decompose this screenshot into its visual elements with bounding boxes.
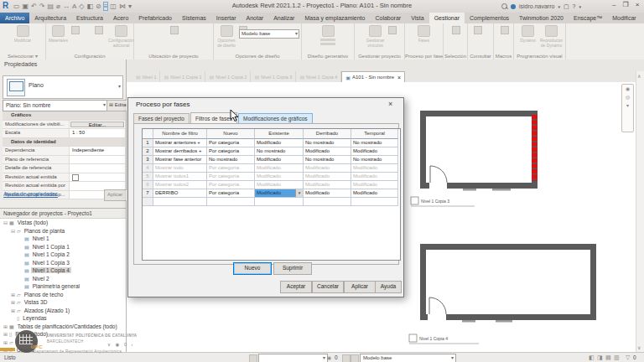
ribbon-button-gestionar-v-nculos[interactable]: Gestionar vínculos bbox=[365, 25, 387, 48]
3d-view-icon[interactable]: ◧ bbox=[86, 3, 93, 10]
ok-button[interactable]: Aceptar bbox=[280, 281, 312, 293]
ribbon-tab-acero[interactable]: Acero bbox=[108, 13, 133, 23]
filter-cell[interactable]: Modificado bbox=[351, 164, 398, 173]
edit-type-button[interactable]: ⊞ Editar bbox=[106, 100, 128, 111]
filter-cell[interactable]: Modificado bbox=[255, 139, 304, 147]
ribbon-tab-enscape-[interactable]: Enscape™ bbox=[569, 13, 607, 23]
ribbon-panel-label[interactable]: Proceso por fases bbox=[405, 54, 443, 59]
viewport-plan-top[interactable]: Nivel 1 Copia 3 bbox=[411, 111, 538, 206]
ribbon-small-button-icon[interactable] bbox=[501, 26, 509, 34]
filter-cell[interactable]: No mostrado bbox=[255, 147, 304, 156]
filter-cell[interactable]: No mostrado bbox=[351, 139, 398, 147]
tree-expand-icon[interactable]: ⊞ bbox=[3, 323, 8, 329]
ribbon-button-reproductor-de-dynamo[interactable]: Reproductor de Dynamo bbox=[541, 25, 563, 48]
filter-row[interactable]: 6Mostrar todos2Por categoríaModificadoMo… bbox=[143, 181, 400, 189]
navbar-chevron-icon[interactable]: ▾ bbox=[626, 103, 629, 109]
ribbon-button-configuraci-n-adicional[interactable]: Configuración adicional bbox=[111, 25, 132, 48]
editable-only-icon[interactable]: ◉ bbox=[327, 354, 334, 361]
steering-wheel-icon[interactable]: ◉ bbox=[626, 86, 630, 92]
filter-row[interactable]: 5Mostrar todos1Por categoríaModificadoMo… bbox=[143, 173, 400, 181]
ribbon-tab-masa-y-emplazamiento[interactable]: Masa y emplazamiento bbox=[299, 13, 370, 23]
filter-cell[interactable]: Modificado bbox=[255, 181, 304, 189]
cancel-button[interactable]: Cancelar bbox=[312, 281, 344, 293]
help-button[interactable]: Ayuda bbox=[375, 281, 402, 293]
filter-cell[interactable]: Modificado bbox=[351, 173, 398, 181]
ribbon-small-button-icon[interactable] bbox=[170, 26, 179, 34]
browser-item-nivel-1-copia-2[interactable]: ▤Nivel 1 Copia 2 bbox=[0, 251, 126, 259]
filter-cell[interactable]: DERRIBO bbox=[153, 189, 207, 198]
zoom-icon[interactable]: ◎ bbox=[626, 95, 630, 101]
ribbon-small-button-icon[interactable] bbox=[474, 26, 482, 34]
section-icon[interactable]: ⊘ bbox=[96, 3, 101, 10]
filter-cell[interactable]: Modificado bbox=[304, 147, 351, 156]
ribbon-tab-gestionar[interactable]: Gestionar bbox=[429, 13, 465, 23]
restore-button[interactable]: ❐ bbox=[622, 1, 628, 8]
redo-icon[interactable]: ↷ bbox=[39, 3, 45, 10]
filter-row[interactable]: 1Mostrar anteriores +Por categoríaModifi… bbox=[143, 139, 400, 147]
delete-filter-button[interactable]: Suprimir bbox=[273, 262, 312, 275]
property-value[interactable]: Editar... bbox=[70, 121, 125, 129]
browser-item-vistas-3d[interactable]: ⊞▱Vistas 3D bbox=[0, 298, 126, 307]
filter-cell[interactable]: Por categoría bbox=[207, 139, 255, 147]
ribbon-small-button-icon[interactable] bbox=[95, 26, 103, 34]
filter-row[interactable]: 7DERRIBOPor categoríaModificado▾Modifica… bbox=[143, 189, 400, 198]
ribbon-panel-label[interactable]: Opciones de diseño bbox=[214, 54, 301, 59]
filter-cell[interactable]: Por categoría bbox=[207, 164, 255, 173]
property-value[interactable] bbox=[70, 156, 125, 164]
view-tab-close-icon[interactable]: × bbox=[397, 75, 401, 80]
ribbon-tab-analizar[interactable]: Analizar bbox=[268, 13, 299, 23]
ribbon-button-dynamo[interactable]: Dynamo bbox=[517, 25, 539, 43]
filter-cell[interactable]: Modificado bbox=[351, 189, 398, 198]
ribbon-panel-label[interactable]: Configuración bbox=[46, 54, 133, 59]
undo-icon[interactable]: ↶ bbox=[31, 3, 37, 10]
filter-cell[interactable]: No mostrado bbox=[351, 156, 398, 164]
browser-item-vistas-todo-[interactable]: ⊟▦Vistas (todo) bbox=[0, 219, 126, 227]
ribbon-small-button-icon[interactable] bbox=[388, 26, 397, 34]
filter-cell[interactable]: Mostrar todos1 bbox=[153, 173, 207, 181]
ribbon-tab-sistemas[interactable]: Sistemas bbox=[177, 13, 211, 23]
minimize-button[interactable]: – bbox=[612, 1, 615, 8]
edit-in-place-icon[interactable]: ◨ bbox=[597, 354, 603, 361]
filter-cell[interactable]: Mostrar fase anterior bbox=[153, 156, 207, 164]
type-selector[interactable]: Plano ▾ bbox=[3, 75, 123, 99]
element-selector[interactable]: Plano: Sin nombre ▾ bbox=[3, 100, 108, 111]
worksets-combo[interactable]: ▾ bbox=[258, 354, 328, 362]
worksets-icon[interactable] bbox=[249, 354, 257, 362]
filter-cell[interactable]: Mostrar todos2 bbox=[153, 181, 207, 189]
user-menu-chevron-icon[interactable]: ▾ bbox=[558, 4, 560, 9]
door-arc-top-plan[interactable] bbox=[430, 166, 447, 183]
apply-button[interactable]: Aplicar bbox=[344, 281, 376, 293]
filter-cell[interactable]: Modificado bbox=[255, 164, 304, 173]
ribbon-button[interactable] bbox=[317, 25, 339, 45]
filter-cell[interactable]: Modificado bbox=[304, 173, 351, 181]
door-arc-bottom-plan[interactable] bbox=[429, 297, 446, 314]
thin-lines-icon[interactable]: ≡ bbox=[104, 3, 108, 10]
browser-item-nivel-1-copia-1[interactable]: ▤Nivel 1 Copia 1 bbox=[0, 243, 126, 251]
ribbon-tab-insertar[interactable]: Insertar bbox=[211, 13, 242, 23]
revit-logo-icon[interactable]: R bbox=[3, 1, 8, 10]
ribbon-tab-complementos[interactable]: Complementos bbox=[465, 13, 514, 23]
tag-icon[interactable]: ◇ bbox=[79, 3, 84, 10]
tree-expand-icon[interactable]: ⊟ bbox=[3, 220, 8, 225]
ribbon-panel-label[interactable]: Diseño generativo bbox=[302, 54, 354, 59]
filter-row[interactable]: 3Mostrar fase anteriorNo mostradoModific… bbox=[143, 156, 400, 164]
filter-row[interactable]: 2Mostrar derribados +Por categoríaNo mos… bbox=[143, 147, 400, 156]
filter-cell[interactable]: Mostrar derribados + bbox=[153, 147, 207, 156]
ribbon-small-button-icon[interactable] bbox=[71, 26, 80, 34]
text-icon[interactable]: A bbox=[72, 3, 76, 10]
ribbon-tab-modificar[interactable]: Modificar bbox=[607, 13, 641, 23]
filter-row[interactable]: 4Mostrar todoPor categoríaModificadoModi… bbox=[143, 164, 400, 173]
customize-icon[interactable]: ▾ bbox=[128, 3, 132, 10]
scroll-down-icon[interactable]: ∨ bbox=[637, 344, 641, 350]
ribbon-small-button-icon[interactable] bbox=[452, 26, 460, 34]
filter-cell[interactable]: Modificado bbox=[351, 147, 398, 156]
view-tab-nivel-1[interactable]: ▤Nivel 1 bbox=[132, 71, 160, 82]
browser-item-nivel-1[interactable]: ▤Nivel 1 bbox=[0, 235, 126, 243]
tree-expand-icon[interactable]: ⊞ bbox=[10, 292, 16, 297]
filter-cell[interactable]: Por categoría bbox=[207, 173, 255, 181]
view-tab-nivel-1-copia-1[interactable]: ▤Nivel 1 Copia 1 bbox=[160, 71, 205, 82]
help-menu-chevron-icon[interactable]: ▾ bbox=[579, 4, 581, 9]
save-icon[interactable]: ▣ bbox=[23, 3, 29, 10]
filter-cell[interactable]: No mostrado bbox=[304, 139, 351, 147]
new-filter-button[interactable]: Nuevo bbox=[233, 262, 272, 275]
